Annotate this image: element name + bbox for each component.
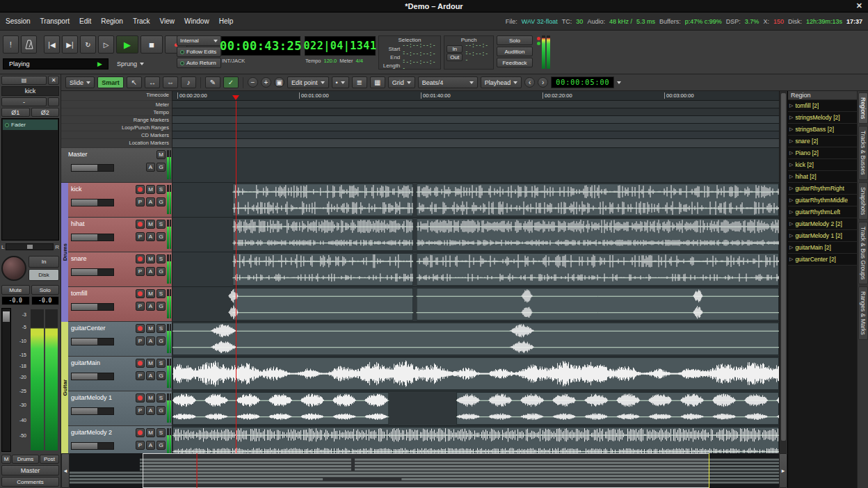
phase-1-button[interactable]: Ø1 — [1, 108, 30, 117]
selection-length-clock[interactable]: --:--:--:-- — [402, 59, 438, 72]
cd-markers-ruler[interactable] — [172, 131, 779, 139]
track-playlist-button[interactable]: P — [136, 267, 145, 276]
disclosure-triangle-icon[interactable]: ▷ — [789, 209, 793, 215]
feedback-button[interactable]: Feedback — [497, 58, 533, 67]
track-solo-button[interactable]: S — [156, 428, 166, 437]
track-solo-button[interactable]: S — [156, 289, 166, 298]
object-tool-button[interactable]: ↖ — [127, 76, 142, 88]
disclosure-triangle-icon[interactable]: ▷ — [789, 257, 793, 262]
tempo-value[interactable]: 120.0 — [324, 58, 337, 64]
track-solo-button[interactable]: S — [156, 185, 166, 194]
comments-button[interactable]: Comments — [1, 477, 59, 487]
sync-source-button[interactable]: Internal — [177, 35, 221, 46]
tab-ranges-marks[interactable]: Ranges & Marks — [858, 286, 868, 340]
region-list-item[interactable]: ▷guitarMelody 2 [2] — [788, 218, 857, 230]
region-list-item[interactable]: ▷guitarRhythmRight — [788, 183, 857, 195]
menu-session[interactable]: Session — [6, 17, 31, 25]
track-mute-button[interactable]: M — [146, 185, 155, 194]
ruler-label-range-markers[interactable]: Range Markers — [61, 116, 172, 124]
track-waveform[interactable] — [172, 148, 779, 183]
meter-ruler[interactable] — [172, 101, 779, 108]
track-solo-button[interactable]: S — [156, 393, 166, 402]
goto-end-button[interactable]: ▶| — [62, 35, 78, 54]
metronome-button[interactable] — [21, 35, 37, 54]
track-playlist-button[interactable]: P — [136, 232, 145, 241]
track-group-button[interactable]: G — [156, 163, 166, 172]
track-mute-button[interactable]: M — [146, 393, 155, 402]
input-button[interactable]: - — [1, 97, 47, 106]
disclosure-triangle-icon[interactable]: ▷ — [789, 221, 793, 227]
region-list-item[interactable]: ▷guitarRhythmLeft — [788, 206, 857, 218]
menu-edit[interactable]: Edit — [79, 17, 91, 25]
master-strip-button[interactable]: Master — [1, 465, 59, 475]
ruler-label-loop-punch[interactable]: Loop/Punch Ranges — [61, 124, 172, 131]
disclosure-triangle-icon[interactable]: ▷ — [789, 103, 793, 108]
scrollbar-thumb[interactable] — [781, 93, 786, 441]
track-mute-button[interactable]: M — [156, 150, 166, 159]
punch-in-button[interactable]: In — [447, 45, 463, 53]
tab-snapshots[interactable]: Snapshots — [858, 182, 868, 220]
grid-type-dropdown[interactable]: Beats/4 — [418, 76, 478, 88]
loop-button[interactable]: ↻ — [80, 35, 96, 54]
follow-edits-toggle[interactable]: Follow Edits — [177, 47, 221, 57]
disclosure-triangle-icon[interactable]: ▷ — [789, 174, 793, 179]
track-gain-fader[interactable] — [71, 373, 114, 380]
trim-button[interactable] — [48, 97, 59, 106]
track-name[interactable]: guitarCenter — [71, 325, 106, 332]
track-name[interactable]: kick — [71, 186, 82, 193]
nudge-right-button[interactable]: › — [538, 77, 548, 88]
track-waveform[interactable] — [172, 322, 779, 357]
zoom-out-button[interactable]: − — [248, 77, 258, 88]
track-name[interactable]: tomfill — [71, 290, 88, 297]
track-automation-button[interactable]: A — [146, 371, 155, 380]
edit-mode-dropdown[interactable]: Slide — [65, 76, 95, 88]
ruler-label-cd-markers[interactable]: CD Markers — [61, 131, 172, 139]
tab-track-bus-groups[interactable]: Track & Bus Groups — [858, 222, 868, 284]
summary-scroll-left-button[interactable]: ◂ — [61, 453, 70, 488]
tab-regions[interactable]: Regions — [858, 92, 868, 124]
track-name[interactable]: guitarMelody 2 — [71, 429, 112, 436]
disclosure-triangle-icon[interactable]: ▷ — [789, 150, 793, 156]
track-gain-fader[interactable] — [71, 234, 114, 241]
region-list-header[interactable]: Region — [788, 91, 857, 100]
record-arm-button[interactable] — [136, 254, 145, 263]
group-strip-guitar[interactable]: Guitar — [61, 322, 68, 453]
track-mute-button[interactable]: M — [146, 289, 155, 298]
fader-handle[interactable] — [3, 311, 10, 322]
track-controls[interactable]: guitarMelody 1 M S P A G — [61, 391, 172, 426]
phase-2-button[interactable]: Ø2 — [31, 108, 60, 117]
track-waveform[interactable] — [172, 183, 779, 218]
track-group-button[interactable]: G — [156, 232, 166, 241]
stretch-tool-button[interactable]: ⇔ — [163, 76, 178, 88]
track-automation-button[interactable]: A — [146, 163, 155, 172]
track-name[interactable]: guitarMain — [71, 359, 100, 366]
strip-mute-button[interactable]: Mute — [1, 285, 30, 295]
track-gain-fader[interactable] — [71, 303, 114, 311]
track-group-button[interactable]: G — [156, 302, 166, 311]
disclosure-triangle-icon[interactable]: ▷ — [789, 245, 793, 250]
track-mute-button[interactable]: M — [146, 220, 155, 229]
track-controls[interactable]: guitarMelody 2 M S P A G — [61, 426, 172, 453]
disclosure-triangle-icon[interactable]: ▷ — [789, 162, 793, 168]
track-controls[interactable]: guitarMain M S P A G — [61, 357, 172, 391]
track-waveform[interactable] — [172, 357, 779, 391]
track-automation-button[interactable]: A — [146, 406, 155, 415]
edit-point-dropdown[interactable]: Edit point — [287, 76, 329, 88]
record-arm-button[interactable] — [136, 220, 145, 229]
grid-dropdown[interactable]: Grid — [388, 76, 415, 88]
track-waveform[interactable] — [172, 391, 779, 426]
playhead-marker-icon[interactable] — [232, 95, 239, 100]
track-mute-button[interactable]: M — [146, 428, 155, 437]
track-controls[interactable]: Master M A G — [61, 148, 172, 183]
track-playlist-button[interactable]: P — [136, 197, 145, 206]
track-group-button[interactable]: G — [156, 267, 166, 276]
menu-track[interactable]: Track — [133, 17, 150, 25]
punch-out-clock[interactable]: --:--:-- — [465, 51, 491, 63]
record-arm-button[interactable] — [136, 359, 145, 368]
track-group-button[interactable]: G — [156, 371, 166, 380]
secondary-clock[interactable]: 022|04|1341 — [305, 36, 376, 56]
track-playlist-button[interactable]: P — [136, 371, 145, 380]
region-list-item[interactable]: ▷guitarMain [2] — [788, 242, 857, 254]
strip-menu-button[interactable]: ▤ — [1, 76, 47, 85]
pan-handle[interactable] — [27, 245, 33, 249]
